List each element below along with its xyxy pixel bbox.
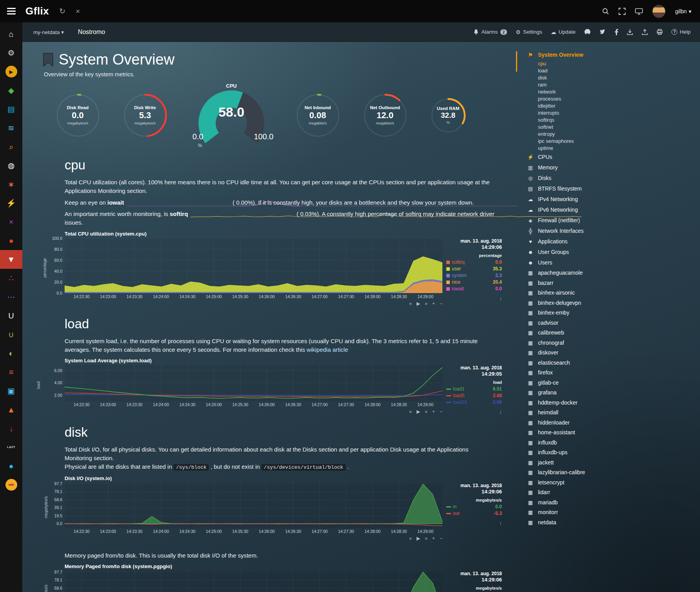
menu-item-cpus[interactable]: ⚡CPUs [526,152,700,162]
menu-item-system-overview[interactable]: ⚑System Overview [526,50,700,60]
load-chart-plot[interactable]: load 6.004.002.00 [65,365,442,401]
menu-app-influxdb[interactable]: ▦influxdb [526,438,700,448]
menu-app-heimdall[interactable]: ▦heimdall [526,408,700,418]
sidebar-app-settings[interactable]: ⚙ [0,43,22,62]
monitor-icon[interactable] [635,8,643,15]
menu-app-chronograf[interactable]: ▦chronograf [526,338,700,348]
menu-sub-uptime[interactable]: uptime [526,145,700,152]
menu-app-binhex-airsonic[interactable]: ▦binhex-airsonic [526,288,700,298]
menu-item-ipv6-networking[interactable]: ☁IPv6 Networking [526,205,700,215]
print-icon[interactable] [657,29,663,35]
sidebar-app-hddtemp[interactable]: ≡ [0,363,22,381]
facebook-icon[interactable] [615,29,618,35]
menu-app-jackett[interactable]: ▦jackett [526,458,700,468]
sidebar-app-nextcloud[interactable]: ⋯ [0,288,22,306]
sidebar-app-search-app[interactable]: ⌕ [0,137,22,156]
menu-app-elasticsearch[interactable]: ▦elasticsearch [526,358,700,368]
zoom-in-button[interactable]: + [432,301,435,306]
sidebar-app-emby[interactable]: ◆ [0,81,22,100]
github-icon[interactable] [584,29,591,35]
play-button[interactable]: ▶ [417,301,420,306]
resize-handle[interactable]: ↕ [500,409,502,415]
legend-entry-nice[interactable]: nice20.4 [446,279,502,286]
gauge-disk-read[interactable]: Disk Read0.0megabytes/s [55,92,101,139]
user-menu[interactable]: gilbn▾ [675,8,691,14]
menu-app-firefox[interactable]: ▦firefox [526,368,700,378]
menu-sub-ipc-semaphores[interactable]: ipc semaphores [526,138,700,145]
sidebar-app-grafana[interactable]: ∴ [0,269,22,288]
search-icon[interactable] [602,8,609,15]
sidebar-app-portainer[interactable]: ▤ [0,100,22,119]
menu-app-diskover[interactable]: ▦diskover [526,348,700,358]
sidebar-app-home[interactable]: ⌂ [0,25,22,43]
menu-app-bazarr[interactable]: ▦bazarr [526,278,700,288]
menu-app-letsencrypt[interactable]: ▦letsencrypt [526,478,700,488]
menu-sub-softnet[interactable]: softnet [526,124,700,131]
sidebar-app-sabnzbd[interactable]: sab [0,475,22,494]
menu-item-btrfs-filesystem[interactable]: ▤BTRFS filesystem [526,184,700,194]
menu-app-binhex-emby[interactable]: ▦binhex-emby [526,308,700,318]
resize-handle[interactable]: ↕ [500,295,502,301]
menu-app-calibreweb[interactable]: ▦calibreweb [526,328,700,338]
server-name[interactable]: Nostromo [78,29,105,36]
sidebar-app-guacamole[interactable]: ∗ [0,175,22,194]
menu-icon[interactable] [0,8,22,14]
refresh-icon[interactable]: ↻ [59,7,65,16]
legend-entry-load5[interactable]: load52.68 [446,392,502,399]
legend-entry-load15[interactable]: load152.06 [446,399,502,406]
gauge-net-outbound[interactable]: Net Outbound12.0megabits/s [362,92,408,139]
avatar[interactable] [652,5,666,18]
pgpgio-chart-plot[interactable]: megabytes/s 97.778.158.639.119.50.0 [65,571,442,592]
help-button[interactable]: ?Help [671,29,691,35]
load-chart-canvas[interactable] [65,365,442,401]
menu-app-hddtemp-docker[interactable]: ▦hddtemp-docker [526,398,700,408]
menu-sub-network[interactable]: network [526,88,700,95]
sidebar-app-airsonic[interactable]: ≋ [0,119,22,137]
pan-left-button[interactable]: « [409,409,412,414]
wikipedia-link[interactable]: wikipedia article [307,346,348,353]
play-button[interactable]: ▶ [417,536,420,541]
sidebar-app-heimdall[interactable]: ▣ [0,381,22,400]
legend-entry-iowait[interactable]: iowait0.0 [446,286,502,292]
gauge-used-ram[interactable]: Used RAM32.8% [429,97,467,134]
gauge-net-inbound[interactable]: Net Inbound0.08megabits/s [295,92,341,139]
pan-left-button[interactable]: « [409,536,412,541]
menu-sub-load[interactable]: load [526,67,700,74]
sidebar-app-chronograf[interactable]: × [0,212,22,231]
server-dropdown[interactable]: my-netdata ▾ [33,29,64,35]
fullscreen-icon[interactable] [619,8,626,15]
zoom-in-button[interactable]: + [432,409,435,414]
legend-entry-system[interactable]: system2.3 [446,272,502,279]
menu-app-influxdb-ups[interactable]: ▦influxdb-ups [526,448,700,458]
softirq-sparkline[interactable] [190,211,294,218]
menu-app-lazylibrarian-calibre[interactable]: ▦lazylibrarian-calibre [526,468,700,478]
sidebar-app-cadvisor[interactable]: ⚡ [0,194,22,212]
legend-entry-in[interactable]: in0.0 [446,504,502,510]
pgpgio-chart-canvas[interactable] [65,571,442,592]
disk-chart-canvas[interactable] [65,483,442,528]
menu-item-memory[interactable]: ▥Memory [526,162,700,173]
menu-app-lidarr[interactable]: ▦lidarr [526,488,700,498]
sidebar-app-lazylibrarian[interactable]: LAZY [0,438,22,457]
legend-entry-softirq[interactable]: softirq0.0 [446,259,502,266]
menu-sub-ram[interactable]: ram [526,81,700,88]
zoom-in-button[interactable]: + [432,536,435,541]
pan-right-button[interactable]: » [425,301,428,306]
twitter-icon[interactable] [599,29,606,35]
zoom-out-button[interactable]: − [440,536,442,541]
menu-sub-processes[interactable]: processes [526,95,700,103]
gauge-cpu[interactable]: CPU58.00.0100.0% [189,83,274,148]
menu-item-user-groups[interactable]: ☻User Groups [526,247,700,257]
menu-sub-interrupts[interactable]: interrupts [526,110,700,117]
alarms-button[interactable]: Alarms 2 [473,29,507,35]
play-button[interactable]: ▶ [417,409,420,414]
menu-app-monitorr[interactable]: ▦monitorr [526,507,700,518]
update-button[interactable]: ☁Update [551,29,576,35]
sidebar-app-unraid[interactable]: U [0,306,22,325]
settings-button[interactable]: ⚙Settings [516,29,542,35]
menu-item-disks[interactable]: ◎Disks [526,173,700,184]
sidebar-app-plex[interactable]: ▶ [0,62,22,81]
legend-entry-out[interactable]: out-5.3 [446,510,502,517]
upload-icon[interactable] [642,29,648,35]
menu-item-applications[interactable]: ♥Applications [526,236,700,247]
